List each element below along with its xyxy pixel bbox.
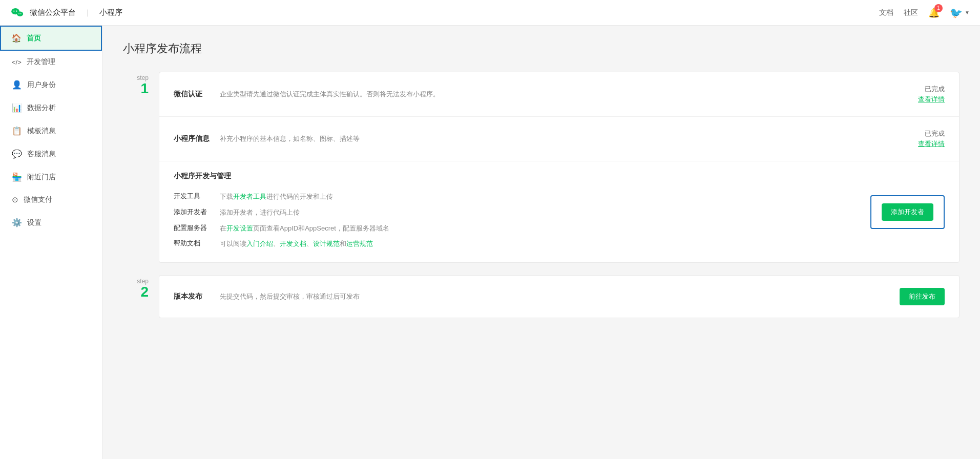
- sidebar-item-user[interactable]: 👤 用户身份: [0, 73, 102, 96]
- publish-title: 版本发布: [174, 292, 220, 301]
- sidebar-label-dev: 开发管理: [27, 57, 55, 67]
- notification-bell[interactable]: 🔔 1: [928, 7, 940, 18]
- publish-row: 版本发布 先提交代码，然后提交审核，审核通过后可发布 前往发布: [159, 276, 959, 318]
- settings-icon: ⚙️: [12, 218, 22, 227]
- design-spec-link[interactable]: 设计规范: [313, 240, 340, 247]
- add-dev-row: 添加开发者 添加开发者，进行代码上传: [174, 205, 842, 221]
- wechat-logo-icon: [10, 6, 25, 20]
- pay-icon: ⊙: [12, 195, 18, 204]
- dev-settings-link[interactable]: 开发设置: [226, 224, 253, 232]
- wechat-verify-done: 已完成: [925, 85, 945, 93]
- service-icon: 💬: [12, 149, 22, 159]
- sidebar-label-settings: 设置: [27, 218, 41, 227]
- sidebar-item-home[interactable]: 🏠 首页: [0, 26, 102, 51]
- sidebar-label-home: 首页: [27, 34, 41, 43]
- svg-point-5: [20, 13, 22, 14]
- store-icon: 🏪: [12, 172, 22, 182]
- docs-link[interactable]: 文档: [879, 8, 893, 17]
- step2-num: 2: [123, 285, 149, 299]
- miniprogram-info-link[interactable]: 查看详情: [893, 139, 945, 149]
- help-docs-row: 帮助文档 可以阅读入门介绍、开发文档、设计规范和运营规范: [174, 236, 842, 252]
- miniprogram-info-status: 已完成 查看详情: [893, 129, 945, 149]
- sidebar-label-nearby: 附近门店: [27, 173, 56, 182]
- dev-doc-link[interactable]: 开发文档: [280, 240, 306, 247]
- sidebar-label-service: 客服消息: [27, 150, 56, 159]
- miniprogram-info-desc: 补充小程序的基本信息，如名称、图标、描述等: [220, 134, 893, 144]
- sidebar-item-pay[interactable]: ⊙ 微信支付: [0, 189, 102, 211]
- sidebar-label-data: 数据分析: [27, 103, 56, 113]
- main-content: 小程序发布流程 step 1 微信认证 企业类型请先通过微信认证完成主体真实性确…: [102, 26, 980, 459]
- dev-manage-row: 小程序开发与管理 开发工具 下载开发者工具进行代码的开发和上传 添加开发者 添加…: [159, 161, 959, 262]
- add-dev-highlight-box: 添加开发者: [870, 195, 945, 229]
- add-dev-desc: 添加开发者，进行代码上传: [220, 207, 300, 218]
- intro-link[interactable]: 入门介绍: [246, 240, 273, 247]
- publish-status: 前往发布: [893, 288, 945, 305]
- publish-desc: 先提交代码，然后提交审核，审核通过后可发布: [220, 291, 893, 302]
- config-server-row: 配置服务器 在开发设置页面查看AppID和AppSecret，配置服务器域名: [174, 221, 842, 237]
- wechat-verify-status: 已完成 查看详情: [893, 85, 945, 104]
- help-docs-label: 帮助文档: [174, 239, 220, 249]
- sidebar-item-settings[interactable]: ⚙️ 设置: [0, 211, 102, 234]
- topnav-brand: 微信公众平台 ｜ 小程序: [10, 6, 122, 20]
- code-icon: </>: [12, 58, 22, 66]
- dev-tool-desc: 下载开发者工具进行代码的开发和上传: [220, 192, 333, 202]
- sidebar-item-nearby[interactable]: 🏪 附近门店: [0, 165, 102, 189]
- config-server-label: 配置服务器: [174, 223, 220, 234]
- avatar-icon: 🐦: [950, 7, 963, 19]
- notification-badge: 1: [934, 4, 943, 12]
- step1-content: 微信认证 企业类型请先通过微信认证完成主体真实性确认。否则将无法发布小程序。 已…: [159, 72, 960, 263]
- sidebar-label-template: 模板消息: [27, 127, 56, 136]
- svg-point-1: [13, 10, 14, 11]
- wechat-verify-link[interactable]: 查看详情: [893, 95, 945, 104]
- topnav-platform: 微信公众平台: [30, 8, 76, 17]
- wechat-verify-row: 微信认证 企业类型请先通过微信认证完成主体真实性确认。否则将无法发布小程序。 已…: [159, 72, 959, 117]
- sidebar-label-pay: 微信支付: [24, 195, 52, 204]
- miniprogram-info-done: 已完成: [925, 130, 945, 137]
- svg-point-2: [16, 10, 17, 11]
- miniprogram-info-title: 小程序信息: [174, 134, 220, 143]
- go-publish-button[interactable]: 前往发布: [900, 288, 945, 305]
- step2-label: step 2: [123, 275, 149, 318]
- sidebar-item-data[interactable]: 📊 数据分析: [0, 96, 102, 119]
- sidebar-item-service[interactable]: 💬 客服消息: [0, 142, 102, 165]
- dev-tool-link[interactable]: 开发者工具: [233, 193, 266, 200]
- community-link[interactable]: 社区: [904, 8, 918, 17]
- chart-icon: 📊: [12, 103, 22, 113]
- svg-point-3: [17, 11, 23, 16]
- step2-content: 版本发布 先提交代码，然后提交审核，审核通过后可发布 前往发布: [159, 275, 960, 318]
- sidebar: 🏠 首页 </> 开发管理 👤 用户身份 📊 数据分析 📋 模板消息 💬 客服消…: [0, 26, 102, 459]
- dev-tool-label: 开发工具: [174, 192, 220, 202]
- user-avatar-wrapper[interactable]: 🐦 ▼: [950, 7, 970, 19]
- help-docs-desc: 可以阅读入门介绍、开发文档、设计规范和运营规范: [220, 239, 373, 249]
- wechat-verify-title: 微信认证: [174, 90, 220, 99]
- page-layout: 🏠 首页 </> 开发管理 👤 用户身份 📊 数据分析 📋 模板消息 💬 客服消…: [0, 0, 980, 459]
- svg-point-4: [18, 13, 19, 14]
- wechat-verify-desc: 企业类型请先通过微信认证完成主体真实性确认。否则将无法发布小程序。: [220, 89, 893, 100]
- dev-manage-section: 小程序开发与管理 开发工具 下载开发者工具进行代码的开发和上传 添加开发者 添加…: [159, 161, 856, 262]
- step2-block: step 2 版本发布 先提交代码，然后提交审核，审核通过后可发布 前往发布: [123, 275, 960, 318]
- sidebar-item-template[interactable]: 📋 模板消息: [0, 119, 102, 142]
- miniprogram-info-row: 小程序信息 补充小程序的基本信息，如名称、图标、描述等 已完成 查看详情: [159, 117, 959, 161]
- topnav-right: 文档 社区 🔔 1 🐦 ▼: [879, 7, 970, 19]
- dev-manage-title: 小程序开发与管理: [174, 172, 842, 181]
- topnav-product: 小程序: [99, 8, 122, 17]
- template-icon: 📋: [12, 126, 22, 136]
- config-server-desc: 在开发设置页面查看AppID和AppSecret，配置服务器域名: [220, 223, 389, 234]
- sidebar-label-user: 用户身份: [27, 80, 56, 90]
- step1-label: step 1: [123, 72, 149, 263]
- home-icon: 🏠: [11, 33, 22, 43]
- chevron-down-icon: ▼: [965, 10, 970, 15]
- add-dev-label: 添加开发者: [174, 207, 220, 218]
- topnav: 微信公众平台 ｜ 小程序 文档 社区 🔔 1 🐦 ▼: [0, 0, 980, 26]
- user-icon: 👤: [12, 80, 22, 90]
- dev-tool-row: 开发工具 下载开发者工具进行代码的开发和上传: [174, 189, 842, 205]
- step1-num: 1: [123, 81, 149, 96]
- step1-block: step 1 微信认证 企业类型请先通过微信认证完成主体真实性确认。否则将无法发…: [123, 72, 960, 263]
- page-title: 小程序发布流程: [123, 41, 960, 56]
- ops-spec-link[interactable]: 运营规范: [346, 240, 373, 247]
- add-developer-button[interactable]: 添加开发者: [882, 203, 933, 221]
- dev-manage-right: 添加开发者: [856, 161, 959, 262]
- topnav-divider: ｜: [84, 8, 91, 17]
- sidebar-item-dev[interactable]: </> 开发管理: [0, 51, 102, 73]
